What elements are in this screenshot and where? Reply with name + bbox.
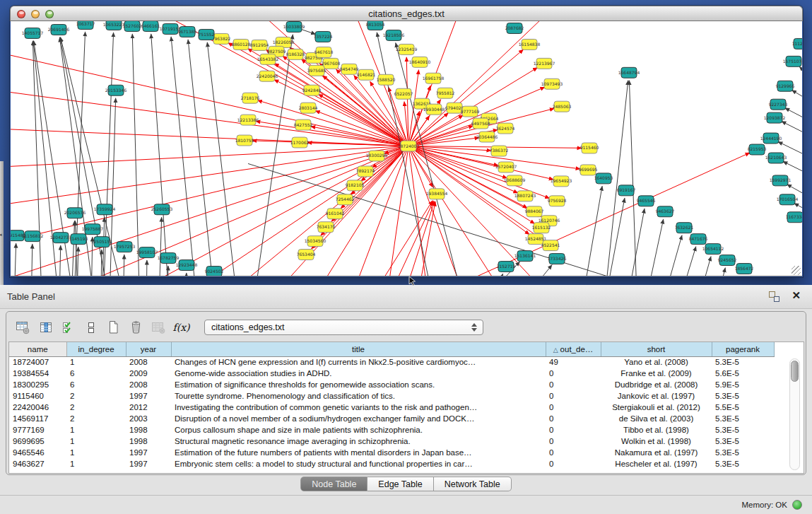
table-row[interactable]: 1872400712008Changes of HCN gene express…: [9, 356, 774, 368]
network-canvas[interactable]: 1872400779638228860128891295418226058982…: [11, 21, 802, 276]
graph-node[interactable]: 18807243: [514, 191, 536, 201]
graph-node[interactable]: 9115460: [580, 143, 599, 153]
graph-node[interactable]: 2152719: [497, 262, 516, 272]
select-column-button[interactable]: [36, 318, 55, 337]
tab-node-table[interactable]: Node Table: [300, 477, 367, 491]
left-splitter[interactable]: ◂: [0, 161, 4, 285]
graph-node[interactable]: 17957253: [114, 242, 136, 252]
graph-node[interactable]: 1615132: [532, 223, 551, 233]
graph-node[interactable]: 12213967: [534, 58, 555, 69]
graph-node[interactable]: 16648794: [618, 67, 640, 78]
graph-node[interactable]: 19975887: [82, 224, 104, 235]
graph-node[interactable]: 1145193: [69, 234, 88, 245]
column-header-in_degree[interactable]: in_degree: [66, 342, 126, 356]
graph-node[interactable]: 11156812: [22, 231, 44, 242]
column-header-out_degree[interactable]: △out_de…: [546, 342, 601, 356]
scrollbar-thumb[interactable]: [791, 361, 799, 382]
graph-node[interactable]: 9756928: [548, 196, 567, 206]
graph-node[interactable]: 9699695: [579, 165, 598, 175]
graph-node[interactable]: 25260553: [151, 204, 173, 215]
graph-node[interactable]: 19930448: [423, 104, 445, 115]
graph-node[interactable]: 9024502: [205, 267, 224, 276]
rows-button[interactable]: [81, 318, 100, 337]
vertical-scrollbar[interactable]: [789, 358, 800, 470]
column-header-short[interactable]: short: [601, 342, 712, 356]
graph-node[interactable]: 1063717: [76, 21, 95, 29]
resize-grip[interactable]: [792, 266, 801, 275]
table-row[interactable]: 911546021997Tourette syndrome. Phenomeno…: [9, 390, 774, 402]
graph-node[interactable]: 751552: [199, 29, 215, 40]
graph-node[interactable]: 10973493: [541, 78, 563, 89]
close-panel-button[interactable]: ✕: [792, 289, 801, 302]
table-row[interactable]: 969969511998Structural magnetic resonanc…: [9, 436, 774, 447]
graph-node[interactable]: 7963822: [212, 33, 231, 44]
graph-node[interactable]: 19958107: [136, 247, 158, 258]
graph-node[interactable]: 3975685: [307, 65, 326, 76]
graph-node[interactable]: 6497568: [471, 118, 490, 129]
graph-node[interactable]: 8471676: [689, 234, 708, 245]
memory-ok-indicator[interactable]: [792, 500, 802, 510]
graph-node[interactable]: 6522057: [394, 88, 413, 99]
graph-node[interactable]: 16210643: [765, 153, 787, 163]
table-settings-button[interactable]: [13, 318, 33, 337]
graph-node[interactable]: 7386372: [490, 146, 509, 156]
graph-node[interactable]: 12505151: [91, 237, 113, 247]
graph-node[interactable]: 3624574: [496, 123, 515, 134]
table-row[interactable]: 946554611997Estimation of the future num…: [9, 447, 774, 458]
graph-node[interactable]: 5467618: [314, 47, 334, 57]
graph-node[interactable]: 8215953: [748, 144, 767, 155]
table-row[interactable]: 977716911998Corpus callosum shape and si…: [9, 424, 774, 436]
graph-node[interactable]: 20364486: [476, 132, 498, 142]
graph-node[interactable]: 9465546: [637, 196, 656, 206]
graph-node[interactable]: 7955812: [436, 88, 455, 98]
column-header-pagerank[interactable]: pagerank: [712, 342, 774, 356]
graph-node[interactable]: 15992971: [770, 175, 792, 186]
graph-node[interactable]: 16154838: [519, 39, 541, 49]
graph-node[interactable]: 9884067: [525, 206, 544, 217]
function-builder-button[interactable]: f(x): [172, 318, 191, 337]
graph-node[interactable]: 10653227: [103, 21, 125, 30]
graph-node[interactable]: 9182105: [346, 180, 365, 191]
float-panel-button[interactable]: [769, 291, 779, 302]
network-window-titlebar[interactable]: citations_edges.txt: [10, 6, 803, 21]
graph-node[interactable]: 12093872: [764, 112, 786, 123]
graph-node[interactable]: 10654112: [702, 244, 724, 255]
graph-node[interactable]: 9227343: [769, 99, 788, 110]
graph-node[interactable]: 4522541: [541, 240, 560, 251]
tab-edge-table[interactable]: Edge Table: [367, 477, 433, 491]
graph-node[interactable]: 16543382: [257, 54, 279, 64]
graph-node[interactable]: 15136141: [514, 251, 536, 262]
graph-node[interactable]: 9245652: [718, 255, 737, 266]
graph-node[interactable]: 12325419: [396, 44, 418, 54]
graph-node[interactable]: 19654923: [551, 176, 572, 187]
graph-node[interactable]: 19384554: [426, 189, 448, 199]
graph-node[interactable]: 20153346: [105, 85, 127, 95]
graph-node[interactable]: 8912954: [250, 40, 269, 50]
graph-node[interactable]: 12444190: [760, 133, 782, 144]
delete-rows-button[interactable]: [126, 318, 146, 337]
column-header-title[interactable]: title: [171, 342, 546, 356]
graph-node[interactable]: 9146821: [357, 69, 376, 80]
table-row[interactable]: 1830029562008Estimation of significance …: [9, 379, 774, 390]
graph-node[interactable]: 1640953: [594, 173, 613, 184]
graph-node[interactable]: 12923448: [176, 260, 198, 271]
graph-node[interactable]: 1810755: [235, 135, 254, 146]
graph-node[interactable]: 8186328: [286, 49, 305, 59]
graph-node[interactable]: 15034560: [305, 236, 326, 247]
graph-node[interactable]: 1167334: [786, 212, 802, 223]
graph-node[interactable]: 7634170: [317, 222, 336, 233]
graph-node[interactable]: 8860128: [232, 39, 251, 49]
graph-node[interactable]: 18640910: [409, 57, 431, 67]
graph-node[interactable]: 8454749: [340, 64, 359, 74]
graph-node[interactable]: 15720407: [495, 162, 517, 173]
graph-node[interactable]: 16033809: [283, 21, 305, 32]
graph-node[interactable]: 6919167: [617, 185, 636, 196]
graph-node[interactable]: 1170062: [290, 137, 310, 148]
graph-node[interactable]: 7892174: [356, 166, 375, 177]
graph-node[interactable]: 9671385: [178, 26, 197, 37]
graph-node[interactable]: 2087682: [505, 23, 524, 33]
graph-node[interactable]: 7254462: [336, 194, 355, 205]
table-select-dropdown[interactable]: citations_edges.txt: [204, 320, 483, 335]
graph-node[interactable]: 10688609: [504, 175, 526, 186]
graph-node[interactable]: 15751074: [783, 56, 802, 66]
